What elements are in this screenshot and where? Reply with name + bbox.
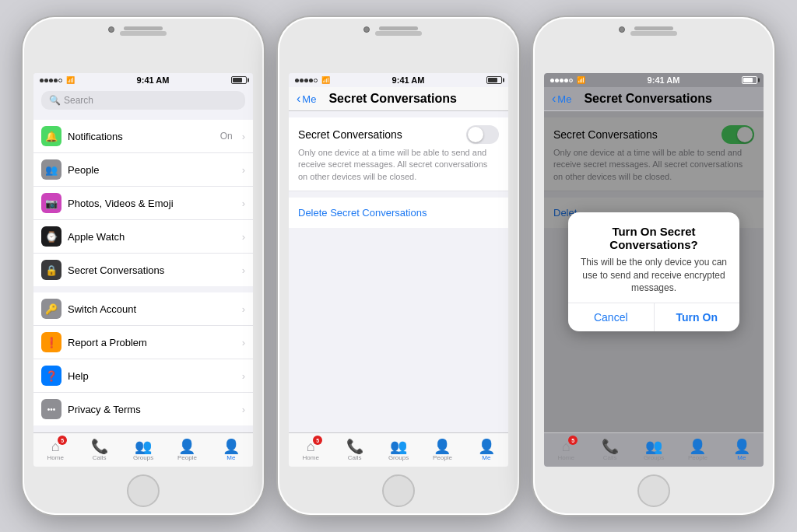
tab-calls-1[interactable]: 📞 Calls bbox=[77, 433, 121, 467]
home-button-1[interactable] bbox=[127, 474, 160, 507]
screen-2: 📶 9:41 AM ‹ Me Secret Conversations bbox=[289, 73, 508, 467]
tab-people-1[interactable]: 👤 People bbox=[165, 433, 209, 467]
dialog-confirm-btn-3[interactable]: Turn On bbox=[655, 303, 740, 331]
calls-icon-1: 📞 bbox=[91, 439, 108, 453]
privacy-chevron: › bbox=[242, 404, 245, 415]
secret-toggle-row-2: Secret Conversations Only one device at … bbox=[289, 117, 508, 191]
settings-row-photos[interactable]: 📷 Photos, Videos & Emoji › bbox=[33, 187, 253, 220]
search-bar-1: 🔍 Search bbox=[33, 87, 253, 114]
people-tab-label-1: People bbox=[177, 454, 197, 461]
settings-row-apple-watch[interactable]: ⌚ Apple Watch › bbox=[33, 220, 253, 254]
home-button-2[interactable] bbox=[382, 474, 415, 507]
status-time-1: 9:41 AM bbox=[137, 75, 170, 85]
status-left-1: 📶 bbox=[40, 76, 75, 84]
me-label-3: Me bbox=[737, 454, 746, 461]
content-3: Secret Conversations Only one device at … bbox=[544, 111, 764, 432]
report-icon: ❗ bbox=[41, 332, 61, 352]
back-arrow-3: ‹ bbox=[552, 92, 556, 106]
notifications-label: Notifications bbox=[68, 131, 214, 142]
home-button-3[interactable] bbox=[637, 474, 670, 507]
status-right-2 bbox=[486, 76, 502, 84]
nav-title-3: Secret Conversations bbox=[571, 92, 725, 106]
wifi-icon-2: 📶 bbox=[321, 76, 330, 84]
people-icon: 👥 bbox=[41, 159, 61, 180]
dot4 bbox=[54, 79, 58, 82]
secret-label: Secret Conversations bbox=[68, 264, 236, 276]
search-input-1[interactable]: 🔍 Search bbox=[41, 91, 245, 110]
delete-section-2: Delete Secret Conversations bbox=[289, 198, 508, 228]
home-label-3: Home bbox=[558, 454, 574, 461]
signal-dots-1 bbox=[40, 79, 62, 82]
dot2 bbox=[44, 79, 48, 82]
apple-watch-icon: ⌚ bbox=[41, 226, 61, 247]
dialog-title-3: Turn On Secret Conversations? bbox=[579, 225, 729, 251]
people-tab-icon-3: 👤 bbox=[689, 439, 706, 453]
settings-group-2: 🔑 Switch Account › ❗ Report a Problem › … bbox=[33, 292, 253, 425]
settings-row-help[interactable]: ❓ Help › bbox=[33, 359, 253, 393]
settings-row-privacy[interactable]: ••• Privacy & Terms › bbox=[33, 393, 253, 425]
secret-toggle-2[interactable] bbox=[466, 125, 499, 144]
back-arrow-2: ‹ bbox=[297, 92, 300, 106]
tab-groups-3[interactable]: 👥 Groups bbox=[632, 433, 676, 467]
tab-home-3[interactable]: 5 ⌂ Home bbox=[544, 433, 588, 467]
tab-home-1[interactable]: 5 ⌂ Home bbox=[33, 433, 77, 467]
speaker-3 bbox=[634, 26, 673, 30]
me-icon-2: 👤 bbox=[478, 439, 495, 453]
camera-1 bbox=[108, 26, 114, 33]
wifi-icon-3: 📶 bbox=[577, 76, 585, 84]
tab-home-2[interactable]: 5 ⌂ Home bbox=[289, 433, 332, 467]
settings-row-secret[interactable]: 🔒 Secret Conversations › bbox=[33, 254, 253, 286]
switch-icon: 🔑 bbox=[41, 299, 61, 319]
toggle-knob-2 bbox=[468, 127, 483, 142]
home-label-2: Home bbox=[303, 454, 319, 461]
settings-row-people[interactable]: 👥 People › bbox=[33, 153, 253, 187]
people-tab-icon-1: 👤 bbox=[178, 439, 195, 453]
photos-icon: 📷 bbox=[41, 193, 61, 213]
tab-people-2[interactable]: 👤 People bbox=[420, 433, 464, 467]
switch-chevron: › bbox=[242, 303, 245, 315]
status-bar-3: 📶 9:41 AM bbox=[544, 73, 764, 87]
tab-calls-3[interactable]: 📞 Calls bbox=[588, 433, 631, 467]
back-button-3[interactable]: ‹ Me bbox=[552, 92, 571, 106]
search-placeholder-1: Search bbox=[64, 95, 93, 106]
status-bar-1: 📶 9:41 AM bbox=[33, 73, 253, 87]
tab-groups-2[interactable]: 👥 Groups bbox=[377, 433, 420, 467]
calls-label-3: Calls bbox=[603, 454, 617, 461]
dialog-cancel-btn-3[interactable]: Cancel bbox=[568, 303, 655, 331]
tab-me-3[interactable]: 👤 Me bbox=[720, 433, 764, 467]
secret-toggle-label-2: Secret Conversations bbox=[298, 128, 402, 141]
tab-people-3[interactable]: 👤 People bbox=[676, 433, 719, 467]
settings-row-report[interactable]: ❗ Report a Problem › bbox=[33, 326, 253, 359]
tab-me-2[interactable]: 👤 Me bbox=[465, 433, 508, 467]
home-badge-2: 5 bbox=[313, 436, 322, 445]
secret-toggle-section-2: Secret Conversations Only one device at … bbox=[289, 117, 508, 191]
status-time-3: 9:41 AM bbox=[648, 75, 680, 85]
me-label-2: Me bbox=[482, 454, 490, 461]
wifi-icon-1: 📶 bbox=[66, 76, 75, 84]
me-label-1: Me bbox=[226, 454, 235, 461]
back-button-2[interactable]: ‹ Me bbox=[297, 92, 316, 106]
settings-row-notifications[interactable]: 🔔 Notifications On › bbox=[33, 120, 253, 153]
battery-fill-2 bbox=[488, 78, 497, 82]
privacy-icon: ••• bbox=[41, 399, 61, 419]
groups-icon-1: 👥 bbox=[135, 439, 152, 453]
settings-row-switch[interactable]: 🔑 Switch Account › bbox=[33, 292, 253, 326]
people-tab-label-3: People bbox=[688, 454, 707, 461]
tab-bar-3: 5 ⌂ Home 📞 Calls 👥 Groups 👤 People bbox=[544, 432, 764, 467]
groups-label-2: Groups bbox=[388, 454, 409, 461]
dialog-overlay-3: Turn On Secret Conversations? This will … bbox=[544, 111, 764, 432]
speaker-2 bbox=[379, 26, 418, 30]
tab-me-1[interactable]: 👤 Me bbox=[209, 433, 253, 467]
back-label-2: Me bbox=[302, 93, 316, 105]
battery-fill-3 bbox=[743, 78, 753, 82]
phones-container: 📶 9:41 AM 🔍 Search bbox=[23, 17, 774, 515]
notifications-icon: 🔔 bbox=[41, 126, 61, 146]
report-label: Report a Problem bbox=[68, 337, 236, 348]
delete-link-2[interactable]: Delete Secret Conversations bbox=[289, 198, 508, 228]
tab-calls-2[interactable]: 📞 Calls bbox=[332, 433, 376, 467]
groups-icon-3: 👥 bbox=[645, 439, 662, 453]
screen-3: 📶 9:41 AM ‹ Me Secret Conversations bbox=[544, 73, 764, 467]
secret-icon: 🔒 bbox=[41, 260, 61, 280]
back-label-3: Me bbox=[557, 93, 571, 105]
tab-groups-1[interactable]: 👥 Groups bbox=[121, 433, 165, 467]
